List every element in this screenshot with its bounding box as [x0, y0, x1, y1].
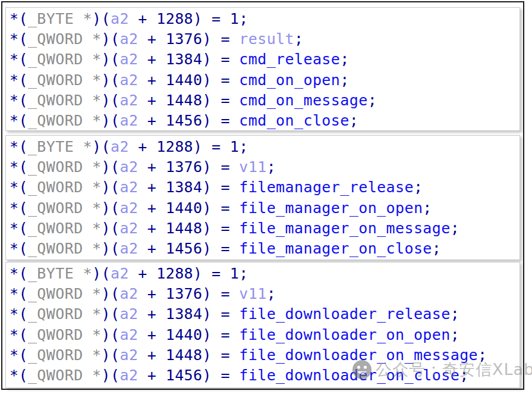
local-var-token: a2 [119, 199, 138, 217]
local-var-token: a2 [111, 138, 129, 155]
code-line: *(_QWORD *)(a2 + 1376) = v11; [10, 157, 520, 177]
local-var-token: a2 [119, 51, 138, 68]
punctuation-token: ; [459, 367, 468, 384]
local-var-token: v11 [239, 285, 266, 302]
punctuation-token: *( [10, 138, 28, 155]
type-token: _QWORD * [28, 220, 102, 237]
code-line: *(_QWORD *)(a2 + 1384) = file_downloader… [10, 304, 520, 324]
global-name-token: cmd_on_open [239, 71, 340, 89]
local-var-token: a2 [119, 158, 138, 176]
code-line: *(_BYTE *)(a2 + 1288) = 1; [10, 137, 520, 157]
type-token: _QWORD * [28, 112, 102, 129]
punctuation-token: ; [340, 71, 349, 89]
type-token: _QWORD * [28, 30, 102, 48]
local-var-token: a2 [119, 285, 138, 302]
local-var-token: a2 [111, 10, 129, 27]
punctuation-token: ; [368, 92, 377, 109]
punctuation-token: + 1288) = 1; [129, 10, 248, 27]
global-name-token: cmd_on_close [239, 112, 349, 129]
punctuation-token: )( [102, 51, 120, 68]
type-token: _QWORD * [28, 71, 102, 89]
local-var-token: a2 [119, 30, 138, 48]
type-token: _BYTE * [28, 10, 92, 27]
code-line: *(_BYTE *)(a2 + 1288) = 1; [10, 264, 520, 284]
punctuation-token: ; [414, 179, 423, 196]
code-line: *(_QWORD *)(a2 + 1376) = v11; [10, 284, 520, 304]
punctuation-token: *( [10, 92, 28, 109]
punctuation-token: ; [350, 112, 358, 129]
global-name-token: file_downloader_release [239, 305, 450, 323]
punctuation-token: *( [10, 220, 28, 237]
punctuation-token: *( [10, 112, 28, 129]
punctuation-token: )( [102, 326, 120, 343]
local-var-token: a2 [119, 346, 138, 364]
punctuation-token: + 1440) = [138, 326, 239, 343]
punctuation-token: )( [102, 346, 120, 364]
local-var-token: v11 [239, 158, 266, 176]
decompiler-panel-file-downloader: *(_BYTE *)(a2 + 1288) = 1;*(_QWORD *)(a2… [5, 262, 520, 388]
type-token: _QWORD * [28, 51, 102, 68]
punctuation-token: ; [432, 240, 441, 257]
punctuation-token: *( [10, 71, 28, 89]
code-line: *(_QWORD *)(a2 + 1456) = file_manager_on… [10, 239, 520, 259]
punctuation-token: ; [478, 346, 487, 364]
code-line: *(_QWORD *)(a2 + 1440) = file_manager_on… [10, 198, 520, 218]
punctuation-token: *( [10, 179, 28, 196]
local-var-token: a2 [119, 305, 138, 323]
punctuation-token: ; [423, 199, 432, 217]
punctuation-token: ; [451, 220, 459, 237]
local-var-token: a2 [119, 367, 138, 384]
punctuation-token: + 1376) = [138, 30, 239, 48]
global-name-token: file_downloader_on_open [239, 326, 450, 343]
punctuation-token: )( [92, 265, 111, 282]
global-name-token: file_downloader_on_close [239, 367, 459, 384]
type-token: _QWORD * [28, 199, 102, 217]
code-line: *(_QWORD *)(a2 + 1448) = file_manager_on… [10, 218, 520, 239]
punctuation-token: + 1448) = [138, 92, 239, 109]
punctuation-token: *( [10, 326, 28, 343]
type-token: _QWORD * [28, 158, 102, 176]
punctuation-token: )( [102, 285, 120, 302]
collage-frame: *(_BYTE *)(a2 + 1288) = 1;*(_QWORD *)(a2… [1, 1, 524, 390]
type-token: _QWORD * [28, 92, 102, 109]
punctuation-token: + 1376) = [138, 158, 239, 176]
decompiler-panel-cmd: *(_BYTE *)(a2 + 1288) = 1;*(_QWORD *)(a2… [5, 7, 520, 131]
punctuation-token: )( [102, 367, 120, 384]
punctuation-token: *( [10, 367, 28, 384]
type-token: _QWORD * [28, 240, 102, 257]
code-line: *(_BYTE *)(a2 + 1288) = 1; [10, 9, 520, 29]
global-name-token: file_manager_on_close [239, 240, 432, 257]
global-name-token: filemanager_release [239, 179, 414, 196]
punctuation-token: ; [267, 285, 276, 302]
code-line: *(_QWORD *)(a2 + 1456) = file_downloader… [10, 365, 520, 386]
punctuation-token: + 1288) = 1; [129, 138, 248, 155]
local-var-token: a2 [119, 220, 138, 237]
local-var-token: a2 [119, 71, 138, 89]
punctuation-token: )( [102, 220, 120, 237]
punctuation-token: )( [102, 305, 120, 323]
local-var-token: a2 [119, 179, 138, 196]
type-token: _QWORD * [28, 326, 102, 343]
punctuation-token: + 1440) = [138, 199, 239, 217]
punctuation-token: + 1376) = [138, 285, 239, 302]
punctuation-token: *( [10, 199, 28, 217]
punctuation-token: )( [102, 71, 120, 89]
punctuation-token: ; [451, 305, 459, 323]
global-name-token: file_manager_on_message [239, 220, 450, 237]
type-token: _QWORD * [28, 285, 102, 302]
punctuation-token: + 1384) = [138, 51, 239, 68]
punctuation-token: )( [102, 158, 120, 176]
type-token: _BYTE * [28, 265, 92, 282]
global-name-token: file_downloader_on_message [239, 346, 478, 364]
type-token: _QWORD * [28, 305, 102, 323]
punctuation-token: + 1440) = [138, 71, 239, 89]
punctuation-token: + 1288) = 1; [129, 265, 248, 282]
local-var-token: a2 [119, 92, 138, 109]
punctuation-token: *( [10, 51, 28, 68]
punctuation-token: *( [10, 10, 28, 27]
local-var-token: a2 [111, 265, 129, 282]
type-token: _QWORD * [28, 179, 102, 196]
punctuation-token: + 1384) = [138, 305, 239, 323]
punctuation-token: *( [10, 158, 28, 176]
local-var-token: a2 [119, 112, 138, 129]
